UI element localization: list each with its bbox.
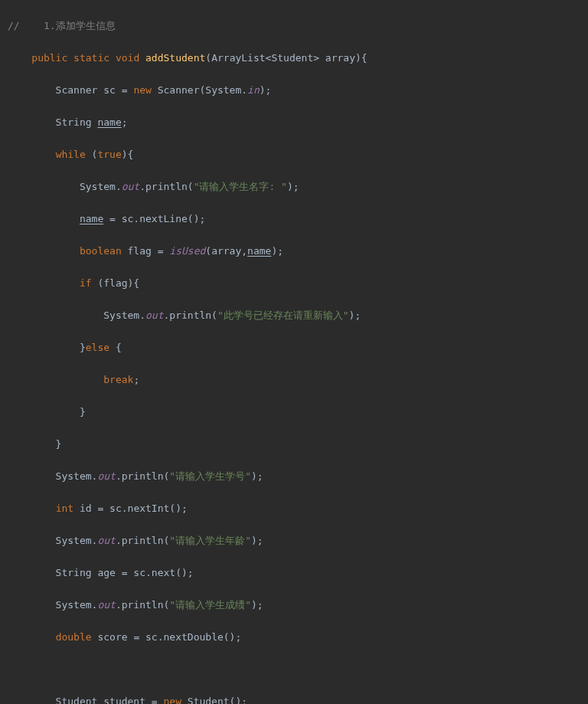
- code-line: Scanner sc = new Scanner(System.in);: [8, 82, 433, 98]
- code-line: System.out.println("请输入学生成绩");: [8, 597, 433, 613]
- code-line: if (flag){: [8, 275, 433, 291]
- code-line: System.out.println("请输入学生学号");: [8, 468, 433, 484]
- code-area[interactable]: // 1.添加学生信息 public static void addStuden…: [8, 0, 433, 704]
- code-line: System.out.println("请输入学生年龄");: [8, 532, 433, 548]
- code-line: // 1.添加学生信息: [8, 18, 433, 34]
- code-line: public static void addStudent(ArrayList<…: [8, 50, 433, 66]
- code-line: }else {: [8, 339, 433, 355]
- code-editor[interactable]: // 1.添加学生信息 public static void addStuden…: [0, 0, 588, 704]
- code-line: System.out.println("请输入学生名字: ");: [8, 178, 433, 195]
- code-line: boolean flag = isUsed(array,name);: [8, 243, 433, 259]
- code-line: while (true){: [8, 146, 433, 162]
- code-line: System.out.println("此学号已经存在请重新输入");: [8, 307, 433, 323]
- code-line: name = sc.nextLine();: [8, 211, 433, 227]
- code-line: [8, 661, 433, 677]
- code-line: }: [8, 436, 433, 452]
- code-line: int id = sc.nextInt();: [8, 500, 433, 516]
- code-line: Student student = new Student();: [8, 693, 433, 704]
- code-line: String name;: [8, 114, 433, 130]
- gutter: [0, 0, 8, 704]
- code-line: }: [8, 404, 433, 420]
- code-line: break;: [8, 372, 433, 388]
- code-line: double score = sc.nextDouble();: [8, 629, 433, 645]
- code-line: String age = sc.next();: [8, 565, 433, 581]
